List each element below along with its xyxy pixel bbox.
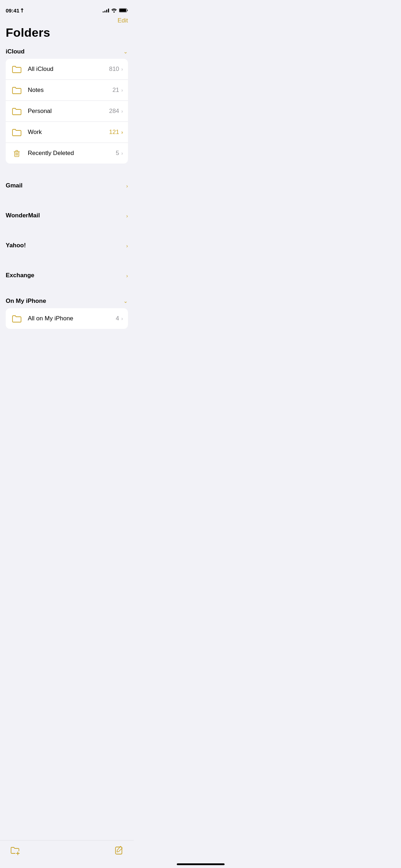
folder-icon-all-on-my-iphone bbox=[11, 312, 23, 325]
account-label-exchange: Exchange bbox=[6, 272, 34, 279]
folder-name-all-on-my-iphone: All on My iPhone bbox=[28, 315, 116, 322]
svg-rect-1 bbox=[119, 9, 126, 12]
trash-icon-recently-deleted bbox=[11, 147, 23, 159]
yahoo-chevron-icon: › bbox=[126, 243, 128, 249]
row-chevron-recently-deleted: › bbox=[121, 150, 123, 156]
folder-name-notes: Notes bbox=[28, 87, 112, 94]
account-label-yahoo: Yahoo! bbox=[6, 242, 26, 249]
folder-count-personal: 284 bbox=[109, 108, 119, 115]
row-chevron-personal: › bbox=[121, 108, 123, 114]
battery-icon bbox=[119, 8, 128, 12]
account-label-gmail: Gmail bbox=[6, 182, 22, 189]
folder-icon-work bbox=[11, 126, 23, 138]
signal-icon bbox=[103, 8, 109, 12]
folder-row-all-icloud[interactable]: All iCloud 810 › bbox=[6, 59, 128, 80]
folder-name-all-icloud: All iCloud bbox=[28, 66, 109, 73]
on-my-iphone-folder-card: All on My iPhone 4 › bbox=[6, 308, 128, 329]
row-chevron-work: › bbox=[121, 129, 123, 135]
icloud-section-header[interactable]: iCloud ⌄ bbox=[0, 45, 134, 59]
folder-icon-personal bbox=[11, 105, 23, 117]
account-row-exchange[interactable]: Exchange › bbox=[0, 265, 134, 286]
on-my-iphone-label: On My iPhone bbox=[6, 298, 46, 305]
exchange-chevron-icon: › bbox=[126, 273, 128, 279]
wifi-icon bbox=[111, 8, 117, 12]
folder-row-personal[interactable]: Personal 284 › bbox=[6, 101, 128, 122]
on-my-iphone-chevron-icon: ⌄ bbox=[123, 298, 128, 304]
icloud-chevron-icon: ⌄ bbox=[123, 48, 128, 55]
icloud-label: iCloud bbox=[6, 48, 25, 55]
edit-area: Edit bbox=[0, 16, 134, 24]
account-row-gmail[interactable]: Gmail › bbox=[0, 175, 134, 196]
folder-row-recently-deleted[interactable]: Recently Deleted 5 › bbox=[6, 143, 128, 164]
account-row-wondermail[interactable]: WonderMail › bbox=[0, 205, 134, 226]
folder-count-recently-deleted: 5 bbox=[116, 150, 119, 157]
folder-row-all-on-my-iphone[interactable]: All on My iPhone 4 › bbox=[6, 308, 128, 329]
row-chevron-all-on-my-iphone: › bbox=[121, 316, 123, 321]
account-label-wondermail: WonderMail bbox=[6, 212, 40, 219]
folder-name-work: Work bbox=[28, 129, 109, 136]
folder-icon-notes bbox=[11, 84, 23, 96]
folder-icon-all-icloud bbox=[11, 63, 23, 75]
row-chevron-notes: › bbox=[121, 87, 123, 93]
account-row-yahoo[interactable]: Yahoo! › bbox=[0, 235, 134, 256]
status-icons bbox=[103, 8, 128, 12]
status-time: 09:41 bbox=[6, 7, 24, 14]
folder-name-personal: Personal bbox=[28, 108, 109, 115]
folder-count-notes: 21 bbox=[112, 87, 119, 94]
on-my-iphone-section-header[interactable]: On My iPhone ⌄ bbox=[0, 295, 134, 308]
folder-count-all-on-my-iphone: 4 bbox=[116, 315, 119, 322]
row-chevron-all-icloud: › bbox=[121, 66, 123, 72]
folder-count-all-icloud: 810 bbox=[109, 66, 119, 73]
gmail-chevron-icon: › bbox=[126, 183, 128, 189]
folder-row-notes[interactable]: Notes 21 › bbox=[6, 80, 128, 101]
on-my-iphone-section: On My iPhone ⌄ All on My iPhone 4 › bbox=[0, 295, 134, 329]
folder-row-work[interactable]: Work 121 › bbox=[6, 122, 128, 143]
wondermail-chevron-icon: › bbox=[126, 213, 128, 219]
edit-button[interactable]: Edit bbox=[118, 17, 128, 24]
folder-count-work: 121 bbox=[109, 129, 119, 136]
folder-name-recently-deleted: Recently Deleted bbox=[28, 150, 116, 157]
location-icon bbox=[20, 8, 24, 12]
icloud-folder-card: All iCloud 810 › Notes 21 › Personal 284 bbox=[6, 59, 128, 164]
status-bar: 09:41 bbox=[0, 0, 134, 16]
page-title: Folders bbox=[0, 24, 134, 45]
time-label: 09:41 bbox=[6, 7, 19, 14]
icloud-section: iCloud ⌄ All iCloud 810 › Notes 21 › bbox=[0, 45, 134, 164]
